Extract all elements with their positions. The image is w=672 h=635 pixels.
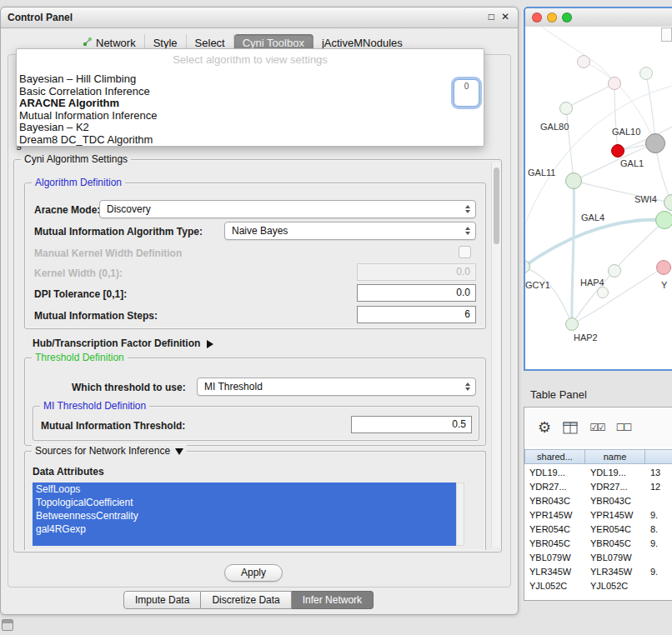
manual-kernel-checkbox[interactable] <box>459 246 471 258</box>
table-cell: YLR345W <box>524 565 585 579</box>
node-label-hap2: HAP2 <box>574 332 598 342</box>
control-panel-window: Control Panel □ ✕ NetworkStyleSelectCyni… <box>0 7 519 615</box>
graph-node[interactable] <box>608 77 621 90</box>
table-row[interactable]: YER054CYER054C8. <box>524 522 672 537</box>
algorithm-option-basic-correlation-inference[interactable]: Basic Correlation Inference <box>17 86 484 98</box>
network-icon <box>83 37 93 49</box>
dpi-tolerance-input[interactable]: 0.0 <box>357 284 476 302</box>
column-header-2[interactable] <box>645 449 672 464</box>
table-row[interactable]: YDL19...YDL19...13 <box>524 466 672 480</box>
algorithm-popup-placeholder: Select algorithm to view settings <box>17 49 484 68</box>
node-label-hap4: HAP4 <box>580 278 604 288</box>
network-titlebar[interactable] <box>525 8 672 28</box>
table-cell: YDR27... <box>585 480 645 494</box>
bottom-tab-infer-network[interactable]: Infer Network <box>292 591 374 609</box>
graph-node[interactable] <box>664 194 672 211</box>
minimize-traffic-light-icon[interactable] <box>547 12 557 22</box>
gear-icon[interactable]: ⚙ <box>538 420 551 435</box>
sources-toggle[interactable]: Sources for Network Inference <box>32 445 187 457</box>
algorithm-popup: Select algorithm to view settings Bayesi… <box>16 48 484 147</box>
table-cell <box>645 551 672 565</box>
close-icon[interactable]: ✕ <box>501 11 509 22</box>
graph-node[interactable] <box>525 260 530 273</box>
column-header-1[interactable]: name <box>585 449 645 464</box>
graph-node[interactable] <box>565 318 579 331</box>
node-label-gal11: GAL11 <box>528 168 555 178</box>
table-row[interactable]: YBR045CYBR045C9. <box>524 537 672 551</box>
graph-node[interactable] <box>611 144 624 158</box>
graph-node[interactable] <box>577 55 590 68</box>
zoom-traffic-light-icon[interactable] <box>562 12 572 22</box>
table-header-row: shared...name <box>524 449 672 464</box>
node-label-gal1: GAL1 <box>620 158 644 168</box>
algorithm-option-mutual-information-inference[interactable]: Mutual Information Inference <box>17 110 484 122</box>
deselect-all-icon[interactable]: ☐☐ <box>616 422 631 433</box>
float-icon[interactable]: □ <box>489 11 494 22</box>
attribute-item-gal4rgexp[interactable]: gal4RGexp <box>33 522 456 536</box>
table-row[interactable]: YJL052CYJL052C <box>524 579 672 593</box>
network-view-window: GAL80GAL10GAL11GAL1SWI4GAL4GCY1HAP4HAP2Y <box>524 7 672 371</box>
focused-spinner[interactable]: 0 <box>454 79 479 107</box>
network-scrollbar-stub[interactable] <box>661 28 672 42</box>
close-traffic-light-icon[interactable] <box>532 12 542 22</box>
graph-node[interactable] <box>559 102 573 115</box>
columns-icon[interactable] <box>563 422 578 434</box>
mini-window-icon[interactable] <box>2 619 13 631</box>
hub-section-toggle[interactable]: Hub/Transcription Factor Definition <box>33 338 213 349</box>
table-row[interactable]: YBL079WYBL079W <box>524 551 672 565</box>
tab-label: Cyni Toolbox <box>243 37 304 49</box>
algorithm-option-aracne-algorithm[interactable]: ARACNE Algorithm <box>17 98 484 110</box>
algorithm-option-bayesian-k2[interactable]: Bayesian – K2 <box>17 122 484 134</box>
aracne-mode-select[interactable]: Discovery <box>99 200 476 218</box>
control-panel-titlebar[interactable]: Control Panel □ ✕ <box>1 8 518 28</box>
node-label-gcy1: GCY1 <box>525 280 550 290</box>
attribute-item-topologicalcoefficient[interactable]: TopologicalCoefficient <box>33 496 456 509</box>
table-row[interactable]: YBR043CYBR043C <box>524 494 672 508</box>
attribute-list-scrollbar[interactable] <box>456 482 464 546</box>
attribute-item-partial[interactable] <box>33 536 456 546</box>
algorithm-option-bayesian-hill-climbing[interactable]: Bayesian – Hill Climbing <box>17 73 484 86</box>
table-row[interactable]: YLR345WYLR345W9. <box>524 565 672 579</box>
bottom-tab-impute-data[interactable]: Impute Data <box>123 591 201 609</box>
tab-label: Network <box>96 37 136 49</box>
mi-type-label: Mutual Information Algorithm Type: <box>34 226 203 238</box>
tab-label: Select <box>195 37 225 49</box>
table-cell: YBL079W <box>524 551 585 565</box>
settings-scrollbar[interactable] <box>491 162 501 548</box>
attribute-list[interactable]: SelfLoopsTopologicalCoefficientBetweenne… <box>33 482 456 546</box>
bottom-tab-discretize-data[interactable]: Discretize Data <box>201 591 291 609</box>
network-canvas[interactable]: GAL80GAL10GAL11GAL1SWI4GAL4GCY1HAP4HAP2Y <box>525 27 672 369</box>
which-threshold-select[interactable]: MI Threshold <box>197 378 476 396</box>
table-row[interactable]: YPR145WYPR145W9. <box>524 508 672 522</box>
mi-steps-input[interactable]: 6 <box>357 306 476 323</box>
graph-node[interactable] <box>565 172 582 189</box>
table-cell <box>645 494 672 508</box>
column-header-0[interactable]: shared... <box>524 449 585 464</box>
node-label-y: Y <box>661 280 667 290</box>
algorithm-option-dream8-dc-tdc-algorithm[interactable]: Dream8 DC_TDC Algorithm <box>17 134 484 147</box>
mi-type-select[interactable]: Naive Bayes <box>224 222 476 240</box>
mi-threshold-input[interactable]: 0.5 <box>351 416 472 433</box>
node-label-gal80: GAL80 <box>540 122 569 132</box>
select-all-icon[interactable]: ☑☑ <box>589 422 604 433</box>
attribute-item-betweennesscentrality[interactable]: BetweennessCentrality <box>33 509 456 522</box>
tab-label: jActiveMNodules <box>322 37 403 49</box>
graph-node[interactable] <box>639 67 653 80</box>
graph-node[interactable] <box>608 264 621 278</box>
table-cell: YER054C <box>524 522 585 537</box>
threshold-definition-title: Threshold Definition <box>32 352 128 363</box>
attribute-item-selfloops[interactable]: SelfLoops <box>33 482 456 496</box>
graph-node[interactable] <box>597 287 609 298</box>
table-panel-title: Table Panel <box>530 388 587 401</box>
node-label-gal10: GAL10 <box>612 127 640 137</box>
settings-scrollbar-thumb[interactable] <box>494 168 499 244</box>
window-controls: □ ✕ <box>489 11 509 22</box>
graph-node[interactable] <box>655 211 672 229</box>
mi-type-value: Naive Bayes <box>232 225 288 237</box>
aracne-mode-label: Aracne Mode: <box>34 204 100 216</box>
table-row[interactable]: YDR27...YDR27...12 <box>524 480 672 494</box>
algorithm-popup-list: Bayesian – Hill ClimbingBasic Correlatio… <box>17 73 484 147</box>
graph-node[interactable] <box>645 133 665 153</box>
apply-button[interactable]: Apply <box>224 564 283 582</box>
graph-node[interactable] <box>656 260 671 275</box>
